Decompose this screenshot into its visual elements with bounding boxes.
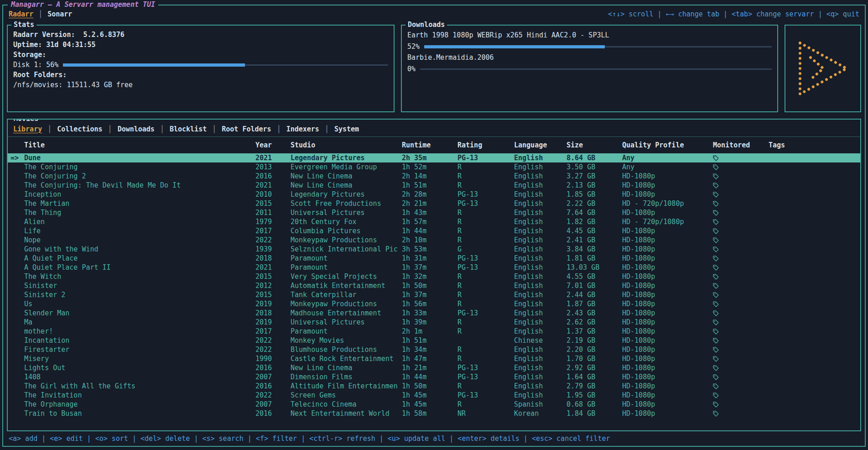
servarr-tab-sonarr[interactable]: Sonarr	[47, 10, 72, 18]
monitored-tag-icon	[713, 411, 719, 417]
movie-quality-cell: HD-1080p	[622, 227, 713, 235]
movies-tab-system[interactable]: System	[334, 125, 359, 133]
movies-tab-collections[interactable]: Collections	[57, 125, 102, 133]
tab-separator: │	[47, 125, 52, 133]
movie-runtime-cell: 1h 56m	[402, 300, 457, 308]
movie-quality-cell: HD-1080p	[622, 391, 713, 399]
movie-title-cell: 1408	[24, 373, 255, 381]
movie-title-cell: Lights Out	[24, 364, 255, 372]
movie-size-cell: 1.82 GB	[567, 218, 622, 226]
movie-language-cell: English	[514, 300, 567, 308]
movies-tab-blocklist[interactable]: Blocklist	[170, 125, 207, 133]
movie-runtime-cell: 1h 44m	[402, 227, 457, 235]
movie-rating-cell: PG-13	[457, 373, 514, 381]
servarr-tab-radarr[interactable]: Radarr	[9, 10, 33, 18]
movie-runtime-cell: 2h 1m	[402, 327, 457, 335]
movie-quality-cell: HD-1080p	[622, 318, 713, 326]
movie-title-cell: Slender Man	[24, 309, 255, 317]
movie-runtime-cell: 3h 53m	[402, 245, 457, 253]
movie-language-cell: English	[514, 245, 567, 253]
movie-studio-cell: Automatik Entertainment	[291, 282, 402, 290]
movie-title-cell: Misery	[24, 355, 255, 363]
movie-studio-cell: Scott Free Productions	[291, 199, 402, 208]
movie-year-cell: 2016	[255, 382, 291, 390]
movie-size-cell: 2.13 GB	[567, 181, 622, 189]
movie-year-cell: 2022	[255, 236, 291, 244]
movie-quality-cell: HD-1080p	[622, 172, 713, 180]
movies-tab-downloads[interactable]: Downloads	[118, 125, 155, 133]
tab-separator: │	[38, 10, 42, 18]
movie-language-cell: English	[514, 309, 567, 317]
app-title: Managarr — A Servarr management TUI	[8, 0, 158, 9]
movies-panel: Movies Library│Collections│Downloads│Blo…	[7, 119, 861, 431]
column-header-year: Year	[255, 141, 291, 149]
movie-rating-cell: R	[457, 400, 514, 408]
movie-quality-cell: HD-1080p	[622, 300, 713, 308]
movies-tab-indexers[interactable]: Indexers	[286, 125, 319, 133]
movie-quality-cell: HD-1080p	[622, 254, 713, 262]
movie-rating-cell: R	[457, 272, 514, 281]
column-header-studio: Studio	[291, 141, 402, 149]
movie-studio-cell: Legendary Pictures	[291, 190, 402, 199]
movie-quality-cell: HD-1080p	[622, 336, 713, 345]
movie-monitored-cell	[713, 394, 769, 431]
movie-rating-cell: PG-13	[457, 391, 514, 399]
movie-title-cell: Incantation	[24, 336, 255, 345]
movies-tab-library[interactable]: Library	[13, 125, 42, 133]
movie-title-cell: Nope	[24, 236, 255, 244]
movie-size-cell: 1.85 GB	[567, 190, 622, 199]
movie-language-cell: English	[514, 373, 567, 381]
movie-year-cell: 2021	[255, 263, 291, 272]
movie-runtime-cell: 1h 58m	[402, 409, 457, 418]
movie-language-cell: Chinese	[514, 336, 567, 345]
movie-studio-cell: Universal Pictures	[291, 318, 402, 326]
movie-title-cell: Sinister 2	[24, 291, 255, 299]
movie-title-cell: mother!	[24, 327, 255, 335]
movie-studio-cell: Columbia Pictures	[291, 227, 402, 235]
table-row[interactable]: Train to Busan 2016 Next Entertainment W…	[8, 409, 860, 418]
movie-rating-cell: R	[457, 291, 514, 299]
column-header-rating: Rating	[457, 141, 514, 149]
movie-size-cell: 3.50 GB	[567, 163, 622, 171]
movies-table-body: => Dune 2021 Legendary Pictures 2h 35m P…	[8, 153, 860, 430]
movie-size-cell: 2.44 GB	[567, 291, 622, 299]
movie-size-cell: 0.68 GB	[567, 400, 622, 408]
movie-size-cell: 1.95 GB	[567, 391, 622, 399]
managarr-logo-icon	[793, 40, 852, 97]
app-frame: Managarr — A Servarr management TUI Rada…	[2, 5, 866, 447]
movie-runtime-cell: 1h 51m	[402, 181, 457, 189]
movie-title-cell: The Thing	[24, 209, 255, 217]
movie-quality-cell: HD-1080p	[622, 373, 713, 381]
movie-title-cell: Ma	[24, 318, 255, 326]
movies-tab-root-folders[interactable]: Root Folders	[222, 125, 271, 133]
movie-rating-cell: NR	[457, 409, 514, 418]
download-percent: 52%	[407, 41, 420, 52]
movie-year-cell: 2013	[255, 163, 291, 171]
top-help-keys: <↑↓> scroll | ←→ change tab | <tab> chan…	[608, 10, 859, 18]
tab-separator: │	[160, 125, 164, 133]
movie-runtime-cell: 1h 43m	[402, 209, 457, 217]
movie-year-cell: 2022	[255, 345, 291, 354]
download-progress-bar	[424, 45, 772, 48]
movie-title-cell: Sinister	[24, 282, 255, 290]
movie-language-cell: English	[514, 254, 567, 262]
movie-title-cell: Us	[24, 300, 255, 308]
movie-language-cell: English	[514, 236, 567, 244]
movie-year-cell: 2018	[255, 254, 291, 262]
movie-size-cell: 7.64 GB	[567, 209, 622, 217]
movie-size-cell: 2.22 GB	[567, 199, 622, 208]
movie-title-cell: A Quiet Place	[24, 254, 255, 262]
movie-quality-cell: HD-1080p	[622, 272, 713, 281]
movie-quality-cell: HD-1080p	[622, 181, 713, 189]
movie-runtime-cell: 1h 44m	[402, 373, 457, 381]
movie-runtime-cell: 2h 21m	[402, 199, 457, 208]
movie-studio-cell: Monkeypaw Productions	[291, 236, 402, 244]
movie-runtime-cell: 2h 14m	[402, 172, 457, 180]
tab-separator: │	[212, 125, 216, 133]
movie-language-cell: English	[514, 382, 567, 390]
movie-rating-cell: PG-13	[457, 309, 514, 317]
movies-panel-title: Movies	[11, 119, 41, 123]
movie-rating-cell: R	[457, 163, 514, 171]
movie-studio-cell: Castle Rock Entertainment	[291, 355, 402, 363]
movie-rating-cell: PG-13	[457, 364, 514, 372]
